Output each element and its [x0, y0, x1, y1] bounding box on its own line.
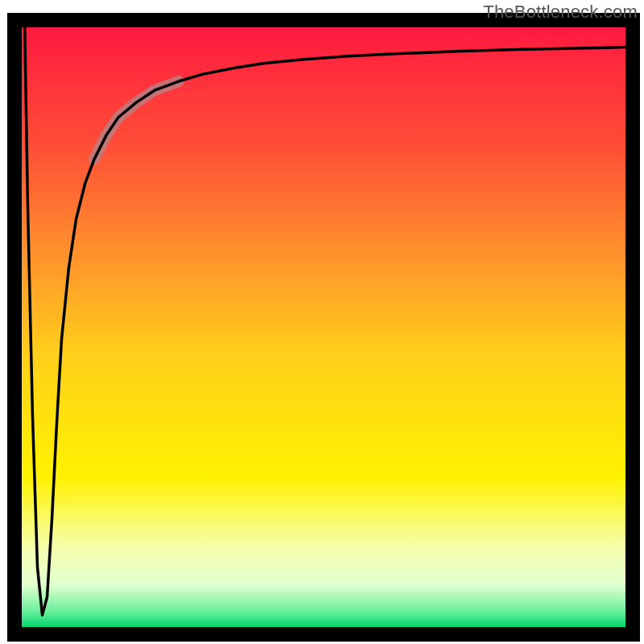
- watermark-text: TheBottleneck.com: [483, 2, 638, 23]
- chart-container: TheBottleneck.com: [0, 0, 644, 644]
- bottleneck-curve-chart: [0, 0, 644, 644]
